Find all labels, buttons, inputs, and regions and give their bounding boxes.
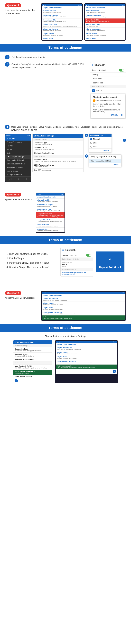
bt-sol-toggle[interactable] — [86, 254, 91, 256]
obd2-bt-device[interactable]: Bluetooth Device Choose your Bluetooth D… — [13, 352, 52, 358]
torque-menu-item[interactable]: General Preferences — [6, 140, 30, 144]
bt-title: Bluetooth — [94, 64, 105, 66]
obd2-item[interactable]: Connection Type Choose the connection ty… — [32, 141, 83, 146]
torque-menu-item[interactable]: Plugins — [6, 148, 30, 151]
bt-device[interactable]: ⎈ OBD II — [90, 88, 126, 94]
adapter-item: Adapter Status Information — [36, 196, 64, 199]
bottom-faster-comm: Faster communication If your OBD adapter… — [56, 364, 117, 369]
step2-text: Open the "setting" of your android,and s… — [12, 62, 88, 69]
step1-text: Exit the software, and enter it again — [12, 55, 126, 59]
q2-status-bar: ▲ ◉ 9:41 — [36, 193, 64, 196]
conn-type-row: 4 Connection Type Bluetooth WiFi USB — [85, 134, 122, 152]
terms2-step: 1. open your bluetooth,unpair the OBDII. — [6, 252, 57, 256]
bottom-num-badge-2: 2 — [113, 370, 116, 373]
num-badges-col: 5 — [123, 138, 126, 142]
obd2-item[interactable]: Test if BT can connect — [32, 168, 83, 172]
pairing-text2: You may also need to align this PIN on t… — [93, 103, 123, 108]
pairing-cancel-btn[interactable]: CANCEL — [110, 114, 118, 116]
torque-menu-item[interactable]: Themes — [6, 144, 30, 148]
question2-section: Question 2 Appear "Adapter Error count" … — [0, 189, 131, 236]
obd2-faster-comm[interactable]: OBD2 Adapter preference Faster communica… — [13, 370, 52, 375]
conn-actions: CANCEL — [89, 148, 112, 152]
torque-menu-item[interactable]: Dash Installation Settings — [6, 162, 30, 166]
solution-bt-screen: ⎈ Bluetooth Turn on Bluetooth Paired Blu… — [60, 247, 93, 277]
terms2-step: 3. Plug out the elm327 and plug in it ag… — [6, 261, 57, 264]
bt-icon: ⎈ — [92, 64, 94, 66]
terms3-content: Choose faster communication in "setting"… — [0, 332, 131, 390]
adapter-item: Adapter Notes Additional about the OBD2 … — [36, 228, 64, 232]
question1-left: Question 1 If you meet the problem like … — [5, 3, 38, 15]
terms2-step: 2. Exit the Torque — [6, 257, 57, 260]
step1-num: 1 — [5, 55, 10, 60]
torque-menu-item[interactable]: Internet Access — [6, 169, 30, 173]
conn-option-usb[interactable]: USB — [89, 145, 112, 148]
home-icon[interactable]: ○ — [17, 178, 19, 181]
adapter-item: Connection to ECU Has the adapter talk t… — [36, 208, 64, 212]
torque-obd2-item[interactable]: OBD2 Adapter Settings — [6, 155, 30, 158]
torque-menu-item[interactable]: Units — [6, 151, 30, 155]
q3-phone-inner: ▲ ◉ 9:41 Adapter Status Information Adap… — [42, 292, 126, 320]
step2-screenshot: ⎈ Bluetooth Turn on Bluetooth Visibility… — [90, 62, 126, 119]
obd2-item[interactable]: Bluetooth Device Choose your Bluetooth D… — [32, 146, 83, 151]
terms2-list: 1. open your bluetooth,unpair the OBDII.… — [6, 252, 57, 269]
obd2-test-bt[interactable]: Test if BT can connect — [13, 375, 52, 378]
obd2-item[interactable]: OBD2 Adapter preference Faster communica… — [32, 163, 83, 168]
connection-overlay: Connection Type Bluetooth WiFi USB C — [89, 134, 112, 152]
bottom-num-badge-1: 1 — [14, 379, 18, 382]
adapter-item: Enhanced MPG Calculation If your OBD ada… — [42, 311, 126, 316]
torque-menu-screen: Engine... 9:41 TORQUE General Preference… — [5, 134, 31, 182]
question2-badge: Question 2 — [5, 192, 21, 196]
adapter-notes-item: Adapter Notes — [42, 37, 82, 40]
bottom-obd2-screen: OBD2 Adapter Settings Connection setting… — [13, 340, 52, 383]
q2-phone-inner: ▲ ◉ 9:41 Adapter Status Information Blue… — [36, 193, 64, 232]
q3-status-bar: ▲ ◉ 9:41 — [42, 292, 126, 294]
bottom-conn-settings: Connection settings — [13, 344, 52, 347]
obd2-item[interactable]: Bluetooth On/Off Only if BT was already … — [32, 158, 83, 163]
adapter-item: Adapter Manufacturer The manufacturer of… — [85, 28, 126, 32]
question1-text: If you meet the problem like the picture… — [5, 8, 38, 15]
question3-section: Question 3 Appear "Faster Communication"… — [0, 288, 131, 324]
conn-cancel-btn[interactable]: CANCEL — [103, 150, 110, 151]
obd2-section-title: Connection settings — [32, 138, 83, 141]
q3-phone-screen: ▲ ◉ 9:41 Adapter Status Information Adap… — [41, 291, 126, 321]
obd2-bt-monitor[interactable]: Bluetooth Monitor Device — [13, 358, 52, 362]
device-item[interactable]: 小米手机(auto [34:80:B3:04:5E:50] — [89, 154, 121, 159]
bt-toggle[interactable] — [119, 69, 124, 72]
terms2-step: 4. Open the Torque.Then repeat solution … — [6, 266, 57, 269]
obd2-auto-bt[interactable]: Auto Bluetooth On/Off Only if BT was alr… — [13, 364, 52, 370]
adapter-item: Adapter Manufacturer The manufacturer of… — [42, 28, 82, 32]
obd2-conn-type[interactable]: Connection Type Choose the connection ty… — [13, 347, 52, 352]
adapter-item-highlighted: Connection to ECU Has the adapter talk t… — [85, 18, 126, 23]
torque-header: TORQUE — [6, 136, 30, 140]
adapter-item: Adapter Status Information — [42, 294, 126, 297]
conn-option-bt[interactable]: Bluetooth — [89, 137, 112, 141]
back-icon[interactable]: ◁ — [9, 178, 11, 181]
step3-right-panels: 4 Connection Type Bluetooth WiFi USB — [85, 134, 122, 167]
step2-num: 2 — [5, 62, 10, 66]
bt-header: ⎈ Bluetooth — [90, 62, 126, 68]
bt-sol-paired-item: Device pairing OBDII Unpair — [60, 261, 93, 268]
adapter-error-highlighted: Adapter Error Count This should stay at … — [36, 212, 64, 218]
find-devices-link[interactable]: Can't find the target device? See availa… — [60, 271, 93, 276]
conn-option-wifi[interactable]: WiFi — [89, 141, 112, 145]
unpair-link[interactable]: Unpair — [62, 266, 91, 267]
q2-phone-screen: ▲ ◉ 9:41 Adapter Status Information Blue… — [36, 192, 65, 233]
torque-menu-item[interactable]: Speech/Alarm Settings — [6, 166, 30, 169]
step3-row: Engine... 9:41 TORQUE General Preference… — [5, 134, 126, 182]
obd2-item[interactable]: Bluetooth Monitor Device — [32, 151, 83, 155]
bt-devicename-row: Device name — [90, 77, 126, 81]
adapter-item: Adapter Status Information — [56, 343, 117, 346]
repeat-text: Repeat Solution 1 — [99, 266, 121, 269]
q3-phone-area: ▲ ◉ 9:41 Adapter Status Information Adap… — [41, 291, 126, 321]
recent-icon[interactable]: □ — [25, 178, 27, 181]
pairing-ok-btn[interactable]: OK — [121, 114, 124, 116]
torque-menu-item[interactable]: Manage OBD/Sensor... — [6, 173, 30, 176]
device-cancel-btn[interactable]: CANCEL — [113, 164, 120, 166]
bt-turn-on-row: Turn on Bluetooth — [90, 68, 126, 73]
adapter-item: Adapter Manufacturer This shows the OBD … — [36, 218, 64, 223]
question1-screenshot1: ▲ ◉ 9:41 Adapter Status Information Blue… — [41, 3, 83, 40]
device-item-selected[interactable]: OBD II [AA:BB:CC:11:22:33] — [89, 159, 121, 163]
question1-screenshots: ▲ ◉ 9:41 Adapter Status Information Blue… — [41, 3, 126, 40]
torque-status-bar: Engine... 9:41 — [6, 134, 30, 136]
torque-menu-item[interactable]: Data Logging & Upload — [6, 158, 30, 162]
